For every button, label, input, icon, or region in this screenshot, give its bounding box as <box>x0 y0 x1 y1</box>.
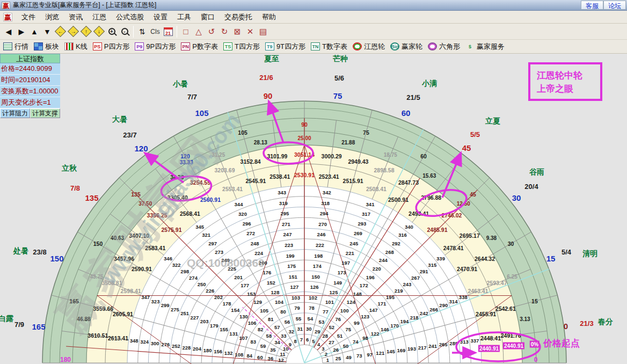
nav-right-icon[interactable]: ▶ <box>15 25 28 38</box>
nav-down-icon[interactable]: ▼ <box>41 25 54 38</box>
svg-text:293: 293 <box>358 221 366 227</box>
window-title: 赢家江恩专业版[赢家服务平台] - [上证指数 江恩轮] <box>13 1 156 10</box>
wheel-label-芒种: 芒种 <box>333 54 348 64</box>
svg-text:30: 30 <box>306 326 312 332</box>
rotate-ccw-icon[interactable]: ↺ <box>205 25 218 38</box>
svg-text:319: 319 <box>279 200 288 206</box>
square-tool-icon[interactable]: □ <box>179 25 192 38</box>
menu-item-8[interactable]: 交易委托 <box>220 11 257 24</box>
menu-item-9[interactable]: 帮助 <box>257 11 281 24</box>
wheel-label-21/6: 21/6 <box>259 74 273 82</box>
svg-text:83: 83 <box>251 339 257 345</box>
svg-text:195: 195 <box>386 294 395 300</box>
svg-text:49: 49 <box>346 354 352 360</box>
menu-item-0[interactable]: 文件 <box>17 11 40 24</box>
svg-text:122: 122 <box>371 331 380 337</box>
diamond-right-icon[interactable]: → <box>67 25 79 38</box>
diamond-down-icon[interactable]: ↓ <box>92 25 105 38</box>
toolbar-item-kline[interactable]: K线 <box>64 42 88 52</box>
annotation-line-1: 江恩轮中轮 <box>537 69 600 82</box>
svg-text:102: 102 <box>309 295 317 301</box>
wheel-label-165: 165 <box>32 322 45 331</box>
svg-text:295: 295 <box>280 210 289 216</box>
panel-row-price: 价格=2440.9099 <box>0 63 60 75</box>
svg-text:224: 224 <box>254 250 264 256</box>
svg-text:2560.91: 2560.91 <box>200 196 221 203</box>
svg-text:103: 103 <box>291 295 300 301</box>
toolbar-item-9t-square[interactable]: T99T四方形 <box>265 42 305 52</box>
cls-button[interactable]: Cls <box>149 25 162 38</box>
calendar-21-icon[interactable]: 21 <box>162 25 174 38</box>
svg-text:73: 73 <box>356 353 362 359</box>
svg-text:25: 25 <box>336 355 341 361</box>
zoom-in-icon[interactable]: + <box>105 25 118 38</box>
toolbar-item-t-square[interactable]: TST四方形 <box>223 42 260 52</box>
toolbar-item-t-table[interactable]: TNT数字表 <box>311 42 347 52</box>
calc-resistance-button[interactable]: 计算阻力 <box>0 108 30 118</box>
toolbar-item-sectors[interactable]: 板块 <box>34 42 59 52</box>
svg-text:2470.91: 2470.91 <box>457 266 477 272</box>
svg-text:147: 147 <box>369 307 378 313</box>
9p-square-icon: P9 <box>135 42 144 50</box>
toolbar-item-winner-service[interactable]: $赢家服务 <box>465 42 505 52</box>
menu-item-7[interactable]: 窗口 <box>196 11 220 24</box>
menu-item-5[interactable]: 设置 <box>149 11 172 24</box>
nav-up-icon[interactable]: ▲ <box>28 25 41 38</box>
svg-text:54: 54 <box>308 316 314 322</box>
svg-text:2: 2 <box>325 351 327 357</box>
svg-text:2545.91: 2545.91 <box>245 178 266 184</box>
svg-text:296: 296 <box>243 221 251 227</box>
svg-text:337: 337 <box>470 338 479 344</box>
svg-text:2523.41: 2523.41 <box>319 173 339 180</box>
calc-support-button[interactable]: 计算支撑 <box>30 108 60 118</box>
svg-text:252: 252 <box>172 343 180 349</box>
svg-text:217: 217 <box>418 345 427 351</box>
svg-text:225: 225 <box>228 266 237 272</box>
svg-text:344: 344 <box>235 201 244 207</box>
svg-text:268: 268 <box>385 249 394 255</box>
svg-text:300: 300 <box>151 340 159 346</box>
svg-text:273: 273 <box>215 249 223 255</box>
toolbar-item-p-square[interactable]: PSP四方形 <box>93 42 130 52</box>
triangle-tool-icon[interactable]: △ <box>192 25 205 38</box>
toolbar-item-hexagon[interactable]: 六角形 <box>428 42 460 52</box>
center-tool-icon[interactable]: ✕ <box>244 25 257 38</box>
menu-item-6[interactable]: 工具 <box>172 11 196 24</box>
menu-item-1[interactable]: 浏览 <box>40 11 64 24</box>
nav-left-icon[interactable]: ◀ <box>2 25 15 38</box>
svg-text:3.13: 3.13 <box>520 316 530 322</box>
boxed-x-icon[interactable]: ⊠ <box>231 25 244 38</box>
application-window: 赢 赢家江恩专业版[赢家服务平台] - [上证指数 江恩轮] 客服 论坛 赢 文… <box>0 0 627 364</box>
svg-text:320: 320 <box>238 211 247 217</box>
svg-text:348: 348 <box>130 338 138 344</box>
menu-item-4[interactable]: 公式选股 <box>111 11 149 24</box>
svg-text:170: 170 <box>390 323 399 329</box>
svg-text:200: 200 <box>259 260 267 266</box>
svg-text:199: 199 <box>286 253 295 259</box>
diamond-up-icon[interactable]: ↑ <box>79 25 92 38</box>
t-table-icon: TN <box>311 42 320 50</box>
customer-service-button[interactable]: 客服 <box>581 1 603 10</box>
wheel-label-120: 120 <box>134 144 148 153</box>
svg-text:150: 150 <box>93 241 103 247</box>
rotate-cw-icon[interactable]: ↻ <box>218 25 231 38</box>
toolbar-item-winner-wheel[interactable]: Big赢家轮 <box>390 42 422 52</box>
forum-button[interactable]: 论坛 <box>603 1 626 10</box>
wheel-label-清明: 清明 <box>582 249 597 259</box>
updown-marker-icon[interactable]: ⇅ <box>136 25 149 38</box>
toolbar-item-gann-wheel[interactable]: 江恩轮 <box>353 42 385 52</box>
toolbar-item-quotes[interactable]: 行情 <box>3 42 28 52</box>
svg-text:105: 105 <box>260 308 269 314</box>
menu-item-3[interactable]: 江恩 <box>88 11 111 24</box>
toolbar-item-9p-square[interactable]: P99P四方形 <box>135 42 176 52</box>
svg-text:299: 299 <box>161 302 170 308</box>
svg-text:127: 127 <box>290 284 298 290</box>
toolbar-item-p-table[interactable]: PNP数字表 <box>181 42 218 52</box>
svg-text:84: 84 <box>247 353 253 359</box>
diamond-left-icon[interactable]: ← <box>54 25 67 38</box>
easel-tool-icon[interactable]: ▤ <box>257 25 269 38</box>
menu-item-2[interactable]: 资讯 <box>64 11 88 24</box>
svg-text:75: 75 <box>363 129 369 136</box>
zoom-out-icon[interactable]: - <box>118 25 131 38</box>
svg-text:2949.43: 2949.43 <box>348 158 368 165</box>
